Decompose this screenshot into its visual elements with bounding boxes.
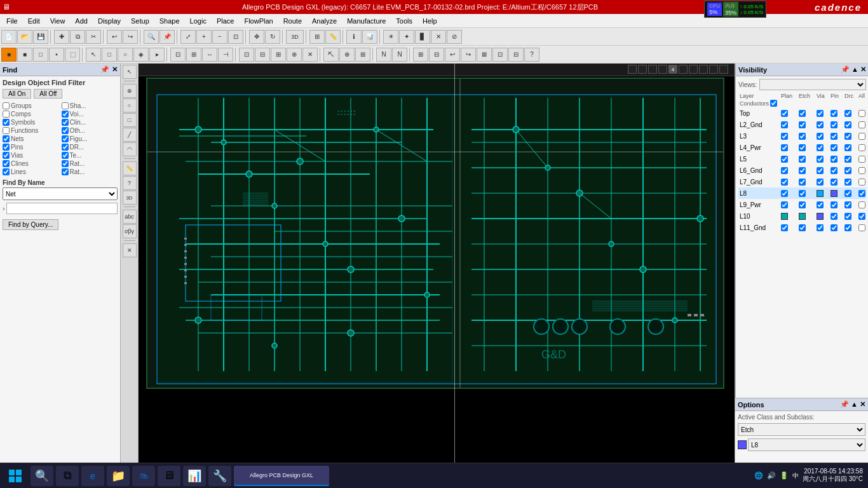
l4pwr-etch[interactable] [799, 144, 806, 151]
l7gnd-via[interactable] [817, 179, 824, 186]
l10-drc[interactable] [844, 213, 851, 220]
l7gnd-all[interactable] [858, 179, 865, 186]
l9pwr-pin[interactable] [831, 201, 837, 208]
vtb-3d[interactable]: 3D [123, 191, 137, 205]
toolbar-zoom-out[interactable]: − [212, 30, 227, 44]
l6gnd-drc[interactable] [844, 167, 851, 174]
l5-via[interactable] [817, 156, 824, 163]
toolbar2-10[interactable]: ▸ [149, 48, 165, 62]
toolbar2-30[interactable]: ⊡ [492, 48, 508, 62]
l5-drc[interactable] [844, 156, 851, 163]
toolbar-zoom-select[interactable]: ⊡ [228, 30, 243, 44]
find-by-query-button[interactable]: Find by Query... [3, 219, 58, 230]
menu-item-logic[interactable]: Logic [185, 16, 212, 26]
toolbar-end[interactable]: ⊘ [447, 30, 462, 44]
toolbar-zoom-in[interactable]: + [196, 30, 212, 44]
menu-item-analyze[interactable]: Analyze [307, 16, 342, 26]
vtb-select[interactable]: ↖ [123, 65, 137, 79]
toolbar-cut[interactable]: ✂ [86, 30, 101, 44]
toolbar-sun2[interactable]: ✦ [399, 30, 414, 44]
top-etch[interactable] [799, 110, 806, 117]
check-voids-input[interactable] [62, 111, 69, 118]
taskbar-store[interactable]: 🛍 [132, 466, 155, 486]
l2gnd-plan[interactable] [781, 121, 788, 128]
l5-plan[interactable] [781, 156, 788, 163]
l7gnd-plan[interactable] [781, 179, 788, 186]
toolbar-bar[interactable]: ▊ [415, 30, 430, 44]
menu-item-place[interactable]: Place [212, 16, 240, 26]
l3-etch[interactable] [799, 133, 806, 140]
toolbar2-12[interactable]: ⊞ [186, 48, 201, 62]
check-text-input[interactable] [62, 152, 69, 159]
toolbar2-5[interactable]: ⬚ [65, 48, 80, 62]
taskbar-app2[interactable]: 📊 [183, 466, 206, 486]
top-via[interactable] [817, 110, 824, 117]
toolbar2-11[interactable]: ⊡ [170, 48, 186, 62]
toolbar2-26[interactable]: ⊟ [429, 48, 444, 62]
l6gnd-etch[interactable] [799, 167, 806, 174]
toolbar-refresh[interactable]: ↻ [265, 30, 280, 44]
toolbar2-25[interactable]: ⊞ [413, 48, 428, 62]
vtb-add-arc[interactable]: ◠ [123, 142, 137, 156]
l2gnd-etch[interactable] [799, 121, 806, 128]
toolbar2-28[interactable]: ↪ [461, 48, 476, 62]
toolbar2-27[interactable]: ↩ [445, 48, 460, 62]
l10-pin[interactable] [831, 213, 837, 220]
taskbar-active-app[interactable]: Allegro PCB Design GXL [234, 466, 329, 486]
l7gnd-pin[interactable] [831, 179, 837, 186]
check-rats2-input[interactable] [62, 168, 69, 175]
toolbar-undo[interactable]: ↩ [107, 30, 122, 44]
menu-item-route[interactable]: Route [278, 16, 307, 26]
check-comps-input[interactable] [3, 111, 10, 118]
toolbar-add[interactable]: ✚ [54, 30, 69, 44]
l8-drc[interactable] [844, 190, 851, 197]
find-panel-close[interactable]: ✕ [112, 65, 118, 74]
taskbar-task-view[interactable]: ⧉ [56, 466, 79, 486]
taskbar-file-explorer[interactable]: 📁 [107, 466, 130, 486]
l6gnd-all[interactable] [858, 167, 865, 174]
visibility-pin[interactable]: 📌 ▲ ✕ [841, 65, 866, 74]
find-by-name-select[interactable]: Net Symbol Pin Via [3, 187, 118, 200]
menu-item-file[interactable]: File [1, 16, 23, 26]
taskbar-search-button[interactable]: 🔍 [31, 466, 53, 486]
toolbar-info[interactable]: ℹ [346, 30, 362, 44]
toolbar2-18[interactable]: ⊕ [287, 48, 302, 62]
toolbar2-2[interactable]: ■ [17, 48, 32, 62]
toolbar2-15[interactable]: ⊡ [239, 48, 254, 62]
taskbar-app3[interactable]: 🔧 [208, 466, 231, 486]
toolbar-save[interactable]: 💾 [33, 30, 48, 44]
menu-item-shape[interactable]: Shape [154, 16, 185, 26]
all-on-button[interactable]: All On [3, 89, 31, 98]
toolbar-open[interactable]: 📂 [17, 30, 32, 44]
menu-item-add[interactable]: Add [70, 16, 93, 26]
toolbar2-29[interactable]: ⊠ [477, 48, 492, 62]
vtb-add-rect[interactable]: □ [123, 113, 137, 127]
l9pwr-etch[interactable] [799, 201, 806, 208]
l7gnd-drc[interactable] [844, 179, 851, 186]
toolbar2-32[interactable]: ? [524, 48, 539, 62]
l5-all[interactable] [858, 156, 865, 163]
check-other-input[interactable] [62, 127, 69, 134]
check-lines-input[interactable] [3, 168, 10, 175]
toolbar2-31[interactable]: ⊟ [508, 48, 524, 62]
toolbar2-13[interactable]: ↔ [202, 48, 217, 62]
find-text-input[interactable] [6, 203, 118, 214]
toolbar-new[interactable]: 📄 [1, 30, 17, 44]
toolbar2-8[interactable]: ○ [118, 48, 133, 62]
menu-item-help[interactable]: Help [417, 16, 442, 26]
l3-pin[interactable] [831, 133, 837, 140]
l2gnd-via[interactable] [817, 121, 824, 128]
check-vias-input[interactable] [3, 152, 10, 159]
l6gnd-via[interactable] [817, 167, 824, 174]
l2gnd-drc[interactable] [844, 121, 851, 128]
check-clines-input[interactable] [62, 119, 69, 126]
toolbar2-20[interactable]: ⛏ [323, 48, 339, 62]
l11gnd-all[interactable] [858, 224, 865, 231]
vtb-text[interactable]: abc [123, 210, 137, 224]
l3-drc[interactable] [844, 133, 851, 140]
vtb-measure[interactable]: 📏 [123, 161, 137, 175]
find-panel-pin[interactable]: 📌 [100, 65, 109, 74]
canvas-area[interactable]: 4 [139, 64, 735, 474]
toolbar2-1[interactable]: ■ [1, 48, 17, 62]
l9pwr-via[interactable] [817, 201, 824, 208]
